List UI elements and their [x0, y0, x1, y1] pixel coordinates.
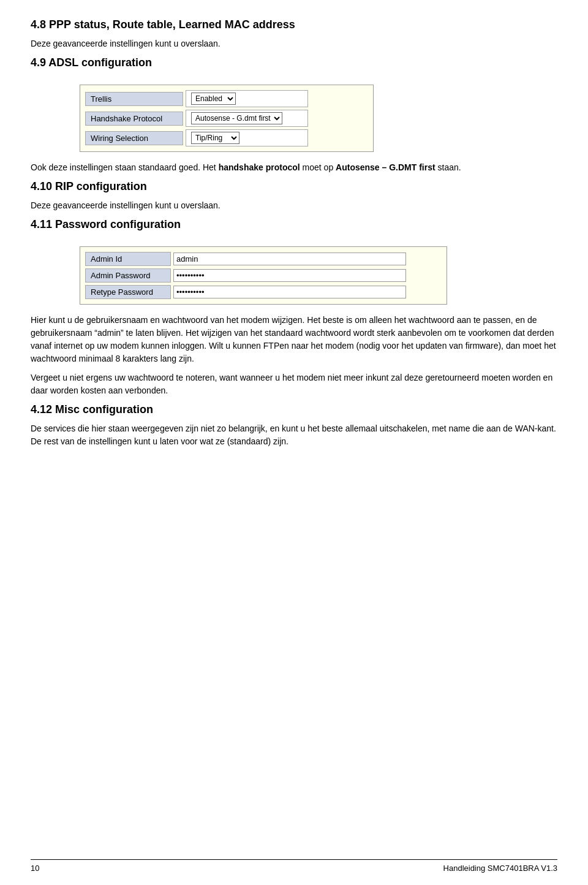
- adminid-cell: [173, 253, 406, 265]
- main-content: 4.8 PPP status, Route table, Learned MAC…: [31, 18, 557, 847]
- password-row-retype: Retype Password: [85, 285, 442, 299]
- retype-input[interactable]: [173, 286, 406, 298]
- wiring-value: Tip/Ring A/A-ISDN: [186, 129, 308, 146]
- section-410-intro: Deze geavanceerde instellingen kunt u ov…: [31, 199, 557, 212]
- adminid-input[interactable]: [173, 253, 406, 265]
- section-48-intro: Deze geavanceerde instellingen kunt u ov…: [31, 37, 557, 50]
- adminpwd-cell: [173, 269, 406, 282]
- section-411-heading: 4.11 Password configuration: [31, 218, 557, 231]
- handshake-value: Autosense - G.dmt first G.dmt first G.li…: [186, 110, 308, 127]
- section-412-heading: 4.12 Misc configuration: [31, 403, 557, 416]
- section-49-para: Ook deze instellingen staan standaard go…: [31, 161, 557, 174]
- trellis-label: Trellis: [85, 92, 183, 106]
- section-48-heading: 4.8 PPP status, Route table, Learned MAC…: [31, 18, 557, 31]
- handshake-select[interactable]: Autosense - G.dmt first G.dmt first G.li…: [191, 112, 282, 124]
- password-row-adminid: Admin Id: [85, 252, 442, 266]
- section-412-para: De services die hier staan weergegeven z…: [31, 422, 557, 448]
- adsl-config-table: Trellis Enabled Disabled Handshake Proto…: [80, 85, 374, 152]
- section-410-heading: 4.10 RIP configuration: [31, 180, 557, 193]
- handshake-label: Handshake Protocol: [85, 112, 183, 126]
- page: 4.8 PPP status, Route table, Learned MAC…: [0, 0, 588, 885]
- adminpwd-label: Admin Password: [85, 268, 171, 283]
- adminid-label: Admin Id: [85, 252, 171, 266]
- bold-autosense: Autosense – G.DMT first: [336, 162, 435, 172]
- adsl-row-handshake: Handshake Protocol Autosense - G.dmt fir…: [85, 110, 368, 127]
- section-411-para1: Hier kunt u de gebruikersnaam en wachtwo…: [31, 314, 557, 365]
- wiring-select[interactable]: Tip/Ring A/A-ISDN: [191, 132, 239, 144]
- wiring-label: Wiring Selection: [85, 131, 183, 145]
- password-row-adminpwd: Admin Password: [85, 268, 442, 283]
- trellis-select[interactable]: Enabled Disabled: [191, 93, 236, 105]
- trellis-value: Enabled Disabled: [186, 90, 308, 107]
- footer-document-title: Handleiding SMC7401BRA V1.3: [443, 864, 557, 873]
- footer-page-number: 10: [31, 864, 39, 873]
- password-config-table: Admin Id Admin Password Retype Password: [80, 246, 447, 305]
- adminpwd-input[interactable]: [173, 269, 406, 282]
- adsl-row-trellis: Trellis Enabled Disabled: [85, 90, 368, 107]
- section-49-heading: 4.9 ADSL configuration: [31, 56, 557, 69]
- bold-handshake: handshake protocol: [219, 162, 300, 172]
- section-411-para2: Vergeet u niet ergens uw wachtwoord te n…: [31, 371, 557, 397]
- adsl-row-wiring: Wiring Selection Tip/Ring A/A-ISDN: [85, 129, 368, 146]
- retype-label: Retype Password: [85, 285, 171, 299]
- retype-cell: [173, 286, 406, 298]
- footer: 10 Handleiding SMC7401BRA V1.3: [31, 859, 557, 873]
